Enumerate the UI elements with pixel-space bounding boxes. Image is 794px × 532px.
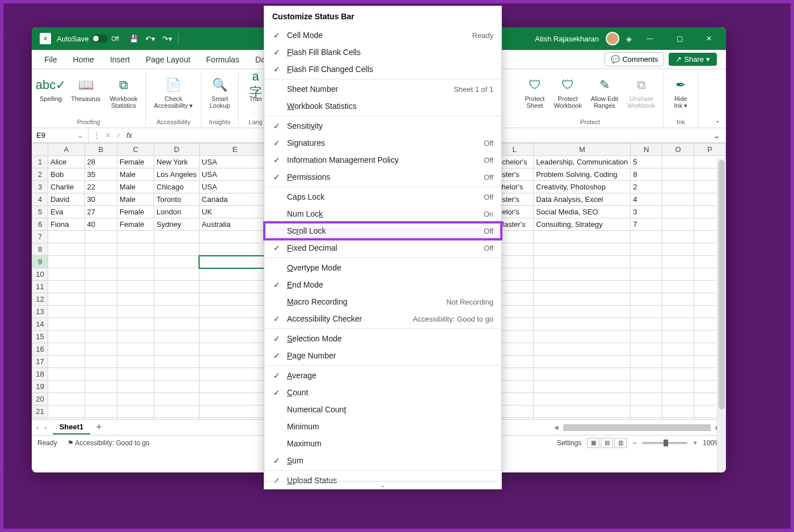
cell-N19[interactable] <box>631 381 662 393</box>
menu-home[interactable]: Home <box>65 52 102 67</box>
tab-prev-icon[interactable]: ‹ <box>36 423 39 432</box>
statusbar-option-maximum[interactable]: Maximum <box>264 435 501 452</box>
cell-C20[interactable] <box>117 393 154 406</box>
close-button[interactable]: ✕ <box>698 35 720 43</box>
cell-C8[interactable] <box>117 243 154 256</box>
smart-lookup-button[interactable]: 🔍SmartLookup <box>206 75 233 110</box>
redo-icon[interactable]: ↷▾ <box>159 32 176 45</box>
thesaurus-button[interactable]: 📖Thesaurus <box>67 75 104 103</box>
row-header-10[interactable]: 10 <box>32 268 48 281</box>
cell-A13[interactable] <box>48 306 85 318</box>
cell-M15[interactable] <box>534 331 631 343</box>
cell-A22[interactable] <box>48 418 85 420</box>
statusbar-option-num-lock[interactable]: Num LockOn <box>264 205 501 222</box>
cell-M16[interactable] <box>534 343 631 356</box>
cell-B14[interactable] <box>85 318 117 331</box>
cell-N22[interactable] <box>631 418 662 420</box>
cell-E5[interactable]: UK <box>199 206 270 218</box>
row-header-5[interactable]: 5 <box>32 206 48 218</box>
cell-N9[interactable] <box>631 256 662 268</box>
cell-C11[interactable] <box>117 281 154 293</box>
cell-B5[interactable]: 27 <box>85 206 117 218</box>
cell-C17[interactable] <box>117 356 154 368</box>
protect-workbook-button[interactable]: 🛡ProtectWorkbook <box>550 75 585 110</box>
col-header-E[interactable]: E <box>199 143 270 156</box>
cell-C21[interactable] <box>117 406 154 418</box>
statusbar-option-sum[interactable]: ✓Sum <box>264 452 501 469</box>
cell-A4[interactable]: David <box>48 193 85 206</box>
cell-D2[interactable]: Los Angeles <box>154 168 200 181</box>
statusbar-option-minimum[interactable]: Minimum <box>264 418 501 435</box>
cell-N12[interactable] <box>631 293 662 306</box>
cell-B18[interactable] <box>85 368 117 381</box>
scroll-left-icon[interactable]: ◄ <box>552 423 560 432</box>
row-header-7[interactable]: 7 <box>32 231 48 243</box>
cell-C13[interactable] <box>117 306 154 318</box>
cancel-icon[interactable]: ✕ <box>105 131 111 140</box>
cell-M10[interactable] <box>534 268 631 281</box>
formula-expand-icon[interactable]: ⌄ <box>707 130 726 141</box>
cell-D1[interactable]: New York <box>154 156 200 168</box>
menu-formulas[interactable]: Formulas <box>198 52 247 67</box>
cell-C14[interactable] <box>117 318 154 331</box>
display-settings[interactable]: Settings <box>557 439 581 447</box>
cell-M4[interactable]: Data Analysis, Excel <box>534 193 631 206</box>
col-header-O[interactable]: O <box>662 143 694 156</box>
view-normal-icon[interactable]: ▦ <box>587 438 599 448</box>
cell-B8[interactable] <box>85 243 117 256</box>
cell-B17[interactable] <box>85 356 117 368</box>
cell-A14[interactable] <box>48 318 85 331</box>
cell-O4[interactable] <box>662 193 694 206</box>
avatar[interactable] <box>606 32 619 45</box>
cell-C3[interactable]: Male <box>117 181 154 193</box>
cell-D11[interactable] <box>154 281 200 293</box>
cell-M22[interactable] <box>534 418 631 420</box>
col-header-M[interactable]: M <box>534 143 631 156</box>
cell-A18[interactable] <box>48 368 85 381</box>
cell-B21[interactable] <box>85 406 117 418</box>
cell-D15[interactable] <box>154 331 200 343</box>
cell-N3[interactable]: 2 <box>631 181 662 193</box>
cell-B13[interactable] <box>85 306 117 318</box>
status-accessibility[interactable]: ⚑ Accessibility: Good to go <box>67 439 150 447</box>
statusbar-option-page-number[interactable]: ✓Page Number <box>264 347 501 364</box>
cell-A3[interactable]: Charlie <box>48 181 85 193</box>
select-all-corner[interactable] <box>32 143 48 156</box>
cell-N16[interactable] <box>631 343 662 356</box>
col-header-C[interactable]: C <box>117 143 154 156</box>
cell-O11[interactable] <box>662 281 694 293</box>
enter-icon[interactable]: ✓ <box>116 131 122 140</box>
cell-A10[interactable] <box>48 268 85 281</box>
name-box[interactable]: E9⌄ <box>32 128 88 142</box>
row-header-2[interactable]: 2 <box>32 168 48 181</box>
menu-scroll-down-icon[interactable]: ⌄ <box>264 481 501 489</box>
diamond-icon[interactable]: ◈ <box>626 35 632 43</box>
cell-N15[interactable] <box>631 331 662 343</box>
tab-next-icon[interactable]: › <box>44 423 47 432</box>
statusbar-option-cell-mode[interactable]: ✓Cell ModeReady <box>264 27 501 44</box>
cell-C2[interactable]: Male <box>117 168 154 181</box>
cell-M12[interactable] <box>534 293 631 306</box>
cell-D6[interactable]: Sydney <box>154 218 200 231</box>
cell-N10[interactable] <box>631 268 662 281</box>
cell-B16[interactable] <box>85 343 117 356</box>
cell-N7[interactable] <box>631 231 662 243</box>
row-header-6[interactable]: 6 <box>32 218 48 231</box>
cell-C1[interactable]: Female <box>117 156 154 168</box>
cell-M14[interactable] <box>534 318 631 331</box>
save-icon[interactable]: 💾 <box>126 32 142 45</box>
cell-B6[interactable]: 40 <box>85 218 117 231</box>
col-header-B[interactable]: B <box>85 143 117 156</box>
comments-button[interactable]: 💬 Comments <box>605 52 664 66</box>
statusbar-option-overtype-mode[interactable]: Overtype Mode <box>264 259 501 276</box>
cell-D19[interactable] <box>154 381 200 393</box>
cell-A20[interactable] <box>48 393 85 406</box>
cell-B15[interactable] <box>85 331 117 343</box>
cell-O22[interactable] <box>662 418 694 420</box>
cell-E13[interactable] <box>199 306 270 318</box>
cell-D9[interactable] <box>154 256 200 268</box>
undo-icon[interactable]: ↶▾ <box>142 32 159 45</box>
cell-M19[interactable] <box>534 381 631 393</box>
cell-E6[interactable]: Australia <box>199 218 270 231</box>
cell-D8[interactable] <box>154 243 200 256</box>
